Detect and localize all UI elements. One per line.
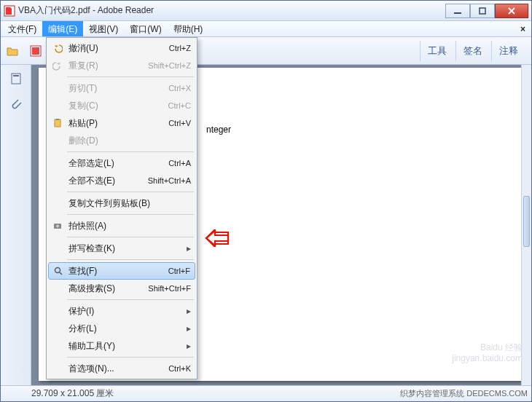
svg-point-10 [56, 225, 59, 228]
menu-separator [67, 237, 194, 237]
edit-menu-dropdown: 撤消(U)Ctrl+Z 重复(R)Shift+Ctrl+Z 剪切(T)Ctrl+… [46, 37, 197, 379]
svg-rect-6 [13, 75, 19, 76]
menu-separator [67, 214, 194, 215]
submenu-arrow-icon: ▸ [187, 243, 191, 253]
menu-undo[interactable]: 撤消(U)Ctrl+Z [48, 39, 195, 57]
svg-point-11 [55, 268, 60, 273]
page-dimensions: 29.709 x 21.005 厘米 [31, 387, 114, 400]
tools-link[interactable]: 工具 [420, 41, 454, 61]
open-file-button[interactable] [2, 41, 23, 61]
svg-rect-8 [56, 119, 59, 120]
callout-arrow-icon [205, 229, 230, 247]
menu-advanced-search[interactable]: 高级搜索(S)Shift+Ctrl+F [48, 280, 195, 297]
svg-rect-1 [454, 12, 461, 14]
minimize-button[interactable] [445, 4, 470, 18]
menu-protect[interactable]: 保护(I)▸ [48, 302, 195, 320]
menu-separator [67, 76, 194, 77]
menu-spellcheck[interactable]: 拼写检查(K)▸ [48, 240, 195, 257]
scroll-thumb[interactable] [523, 196, 530, 247]
svg-rect-7 [55, 119, 60, 127]
menubar: 文件(F) 编辑(E) 视图(V) 窗口(W) 帮助(H) × [1, 21, 531, 37]
maximize-button[interactable] [470, 4, 495, 18]
redo-icon [52, 60, 63, 71]
close-button[interactable] [495, 4, 528, 18]
menu-select-none[interactable]: 全部不选(E)Shift+Ctrl+A [48, 172, 195, 189]
menu-separator [67, 357, 194, 358]
camera-icon [52, 220, 63, 232]
vertical-scrollbar[interactable] [521, 65, 531, 385]
menu-select-all[interactable]: 全部选定(L)Ctrl+A [48, 154, 195, 172]
menubar-close-icon[interactable]: × [515, 21, 531, 36]
menu-view[interactable]: 视图(V) [83, 21, 124, 36]
menu-delete: 删除(D) [48, 132, 195, 149]
menu-paste[interactable]: 粘贴(P)Ctrl+V [48, 114, 195, 132]
menu-cut: 剪切(T)Ctrl+X [48, 79, 195, 97]
menu-window[interactable]: 窗口(W) [124, 21, 167, 36]
menu-help[interactable]: 帮助(H) [168, 21, 209, 36]
menu-redo: 重复(R)Shift+Ctrl+Z [48, 57, 195, 74]
menu-edit[interactable]: 编辑(E) [42, 21, 83, 36]
menu-accessibility[interactable]: 辅助工具(Y)▸ [48, 337, 195, 355]
submenu-arrow-icon: ▸ [187, 306, 191, 316]
menu-separator [67, 259, 194, 260]
menu-separator [67, 151, 194, 152]
menu-analyze[interactable]: 分析(L)▸ [48, 320, 195, 337]
document-text: nteger [206, 125, 231, 135]
menu-separator [67, 192, 194, 192]
submenu-arrow-icon: ▸ [187, 341, 191, 351]
save-pdf-button[interactable] [26, 41, 46, 61]
sidebar [1, 65, 31, 385]
pdf-app-icon [4, 5, 15, 17]
paste-icon [52, 117, 63, 129]
svg-rect-2 [480, 8, 485, 14]
menu-copy: 复制(C)Ctrl+C [48, 97, 195, 114]
toolbar-right: 工具 签名 注释 [420, 41, 530, 61]
menu-separator [67, 299, 194, 300]
menu-file[interactable]: 文件(F) [2, 21, 42, 36]
window-title: VBA入门代码2.pdf - Adobe Reader [18, 4, 445, 17]
submenu-arrow-icon: ▸ [187, 323, 191, 334]
svg-rect-4 [32, 47, 39, 55]
undo-icon [52, 42, 63, 54]
attachments-icon[interactable] [8, 95, 24, 111]
search-icon [52, 265, 64, 277]
notes-link[interactable]: 注释 [491, 41, 525, 61]
page-caption: 织梦内容管理系统 DEDECMS.COM [400, 388, 528, 399]
menu-preferences[interactable]: 首选项(N)...Ctrl+K [48, 360, 195, 377]
window-controls [445, 4, 528, 18]
menu-find[interactable]: 查找(F)Ctrl+F [48, 262, 195, 280]
menu-copy-to-clipboard[interactable]: 复制文件到剪贴板(B) [48, 194, 195, 212]
menu-snapshot[interactable]: 拍快照(A) [48, 217, 195, 234]
titlebar: VBA入门代码2.pdf - Adobe Reader [1, 1, 531, 21]
app-window: VBA入门代码2.pdf - Adobe Reader 文件(F) 编辑(E) … [0, 0, 532, 402]
thumbnails-icon[interactable] [8, 71, 24, 87]
sign-link[interactable]: 签名 [455, 41, 490, 61]
